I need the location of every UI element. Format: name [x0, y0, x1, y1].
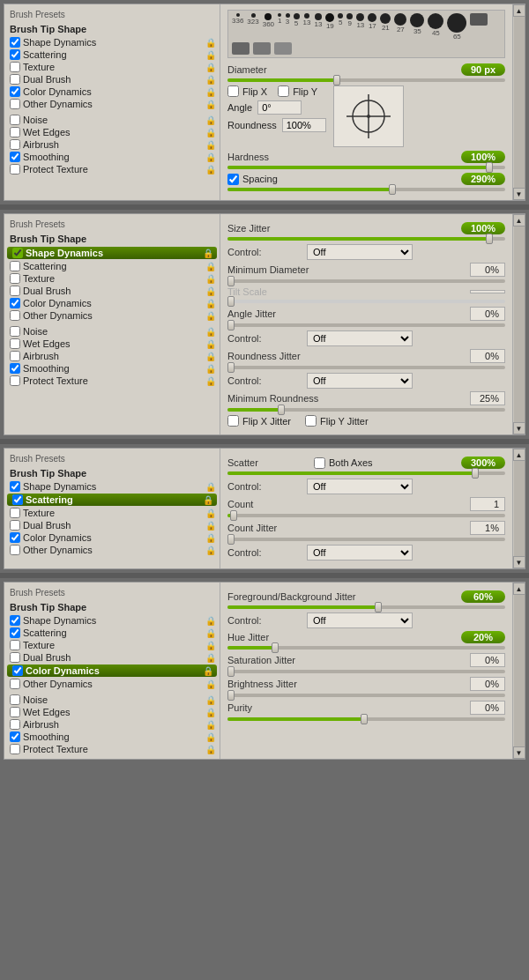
brush-dot-19[interactable] — [470, 13, 488, 41]
scrollbar-3[interactable]: ▲ ▼ — [512, 449, 525, 568]
brush-tip-shape-label-2[interactable]: Brush Tip Shape — [4, 232, 220, 246]
checkbox-shape-dynamics-4[interactable] — [10, 615, 20, 626]
checkbox-smoothing-2[interactable] — [10, 363, 20, 374]
sidebar-item-noise-4[interactable]: Noise 🔒 — [4, 694, 220, 706]
checkbox-scattering-4[interactable] — [10, 627, 20, 638]
brush-dot-6[interactable]: 5 — [294, 13, 300, 41]
sidebar-item-airbrush-2[interactable]: Airbrush 🔒 — [4, 350, 220, 362]
control-count-select[interactable]: Off — [307, 545, 413, 561]
control-angle-select[interactable]: Off — [307, 330, 413, 346]
min-diameter-slider[interactable] — [227, 279, 505, 283]
brush-dot-14[interactable]: 21 — [380, 13, 391, 41]
sidebar-item-shape-dynamics-2[interactable]: Shape Dynamics 🔒 — [7, 247, 217, 259]
scroll-track-1[interactable] — [514, 17, 525, 188]
flip-x-jitter-checkbox[interactable] — [227, 415, 239, 427]
brightness-jitter-slider[interactable] — [227, 694, 505, 697]
both-axes-checkbox[interactable] — [314, 457, 325, 469]
checkbox-wet-edges-4[interactable] — [10, 707, 20, 717]
scrollbar-4[interactable]: ▲ ▼ — [512, 583, 525, 759]
scroll-track-2[interactable] — [514, 226, 525, 422]
brush-dot-10[interactable]: 5 — [338, 13, 343, 41]
brush-dot-13[interactable]: 17 — [368, 13, 376, 41]
sidebar-item-shape-dynamics-3[interactable]: Shape Dynamics 🔒 — [4, 480, 220, 493]
sidebar-item-color-dynamics-4[interactable]: Color Dynamics 🔒 — [7, 664, 217, 677]
sidebar-item-protect-texture-4[interactable]: Protect Texture 🔒 — [4, 743, 220, 755]
checkbox-dual-brush-3[interactable] — [10, 520, 20, 531]
checkbox-noise-4[interactable] — [10, 694, 20, 705]
sidebar-item-shape-dynamics-1[interactable]: Shape Dynamics 🔒 — [4, 36, 220, 48]
angle-input[interactable] — [257, 100, 302, 115]
sidebar-item-texture-3[interactable]: Texture 🔒 — [4, 507, 220, 519]
angle-jitter-slider[interactable] — [227, 323, 505, 327]
sidebar-item-other-dynamics-4[interactable]: Other Dynamics 🔒 — [4, 678, 220, 690]
checkbox-texture-4[interactable] — [10, 640, 20, 650]
checkbox-shape-dynamics-1[interactable] — [10, 37, 20, 48]
scatter-slider[interactable] — [227, 471, 505, 475]
sidebar-item-scattering-1[interactable]: Scattering 🔒 — [4, 48, 220, 61]
min-roundness-slider[interactable] — [227, 408, 505, 412]
sidebar-item-protect-texture-1[interactable]: Protect Texture 🔒 — [4, 163, 220, 175]
brush-dot-22[interactable] — [274, 42, 292, 55]
brush-dot-8[interactable]: 13 — [314, 13, 322, 41]
brush-dot-5[interactable]: 3 — [286, 13, 290, 41]
sidebar-item-texture-2[interactable]: Texture 🔒 — [4, 272, 220, 285]
sidebar-item-protect-texture-2[interactable]: Protect Texture 🔒 — [4, 375, 220, 387]
brush-dot-16[interactable]: 35 — [410, 13, 424, 41]
brush-tip-shape-label-3[interactable]: Brush Tip Shape — [4, 466, 220, 480]
checkbox-noise-2[interactable] — [10, 326, 20, 337]
brush-tip-shape-label-1[interactable]: Brush Tip Shape — [4, 22, 220, 36]
sidebar-item-airbrush-1[interactable]: Airbrush 🔒 — [4, 138, 220, 151]
checkbox-dual-brush-1[interactable] — [10, 74, 20, 85]
scroll-up-3[interactable]: ▲ — [513, 449, 525, 461]
sidebar-item-smoothing-2[interactable]: Smoothing 🔒 — [4, 362, 220, 375]
checkbox-shape-dynamics-3[interactable] — [10, 481, 20, 492]
saturation-jitter-slider[interactable] — [227, 670, 505, 673]
checkbox-airbrush-1[interactable] — [10, 139, 20, 150]
sidebar-item-dual-brush-4[interactable]: Dual Brush 🔒 — [4, 651, 220, 664]
flip-y-jitter-checkbox[interactable] — [305, 415, 317, 427]
scroll-up-4[interactable]: ▲ — [513, 583, 525, 595]
control-scatter-select[interactable]: Off — [307, 479, 413, 494]
checkbox-dual-brush-4[interactable] — [10, 652, 20, 663]
sidebar-item-color-dynamics-3[interactable]: Color Dynamics 🔒 — [4, 531, 220, 544]
flip-x-checkbox[interactable] — [227, 85, 239, 97]
hue-jitter-slider[interactable] — [227, 646, 505, 650]
checkbox-protect-texture-1[interactable] — [10, 164, 20, 174]
checkbox-airbrush-2[interactable] — [10, 351, 20, 361]
brush-dot-21[interactable] — [253, 42, 271, 55]
checkbox-scattering-3[interactable] — [12, 494, 23, 505]
checkbox-texture-3[interactable] — [10, 508, 20, 518]
purity-slider[interactable] — [227, 717, 505, 721]
scroll-up-1[interactable]: ▲ — [513, 4, 525, 17]
checkbox-scattering-1[interactable] — [10, 49, 20, 60]
sidebar-item-color-dynamics-2[interactable]: Color Dynamics 🔒 — [4, 297, 220, 309]
fg-bg-jitter-slider[interactable] — [227, 605, 505, 609]
scroll-down-2[interactable]: ▼ — [513, 422, 525, 434]
sidebar-item-wet-edges-2[interactable]: Wet Edges 🔒 — [4, 338, 220, 350]
sidebar-item-wet-edges-1[interactable]: Wet Edges 🔒 — [4, 126, 220, 138]
roundness-input[interactable] — [282, 118, 326, 132]
checkbox-other-dynamics-2[interactable] — [10, 310, 20, 321]
size-jitter-slider[interactable] — [227, 237, 505, 241]
brush-dot-4[interactable]: 1 — [278, 13, 281, 41]
checkbox-smoothing-1[interactable] — [10, 152, 20, 162]
sidebar-item-other-dynamics-1[interactable]: Other Dynamics 🔒 — [4, 98, 220, 110]
sidebar-item-other-dynamics-2[interactable]: Other Dynamics 🔒 — [4, 309, 220, 322]
roundness-jitter-slider[interactable] — [227, 366, 505, 369]
brush-dot-11[interactable]: 9 — [346, 13, 353, 41]
checkbox-smoothing-4[interactable] — [10, 731, 20, 742]
control-size-select[interactable]: OffFadePen Pressure — [307, 244, 413, 260]
sidebar-item-texture-4[interactable]: Texture 🔒 — [4, 639, 220, 651]
count-jitter-slider[interactable] — [227, 538, 505, 541]
hardness-slider[interactable] — [227, 166, 505, 169]
scroll-down-4[interactable]: ▼ — [513, 746, 525, 759]
sidebar-item-dual-brush-2[interactable]: Dual Brush 🔒 — [4, 285, 220, 297]
control-roundness-select[interactable]: Off — [307, 373, 413, 389]
checkbox-color-dynamics-2[interactable] — [10, 298, 20, 308]
checkbox-protect-texture-4[interactable] — [10, 744, 20, 754]
spacing-slider[interactable] — [227, 188, 505, 191]
sidebar-item-color-dynamics-1[interactable]: Color Dynamics 🔒 — [4, 85, 220, 98]
sidebar-item-airbrush-4[interactable]: Airbrush 🔒 — [4, 718, 220, 731]
checkbox-wet-edges-2[interactable] — [10, 338, 20, 349]
sidebar-item-dual-brush-1[interactable]: Dual Brush 🔒 — [4, 73, 220, 85]
